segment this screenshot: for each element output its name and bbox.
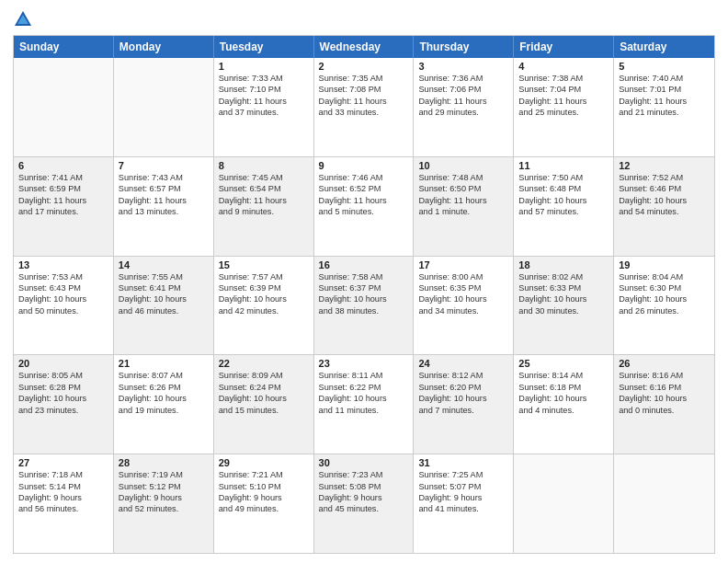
cell-line-1: Sunset: 6:35 PM	[418, 282, 508, 293]
cell-line-2: Daylight: 11 hours	[418, 96, 508, 107]
page: SundayMondayTuesdayWednesdayThursdayFrid…	[0, 0, 728, 563]
cell-line-2: Daylight: 11 hours	[319, 195, 409, 206]
day-number: 22	[219, 358, 309, 369]
cell-line-2: Daylight: 10 hours	[119, 393, 209, 404]
cell-line-1: Sunset: 6:57 PM	[119, 183, 209, 194]
cell-line-0: Sunrise: 7:48 AM	[418, 172, 508, 183]
cell-line-0: Sunrise: 8:05 AM	[18, 370, 108, 381]
cell-line-2: Daylight: 9 hours	[219, 492, 309, 503]
cell-line-2: Daylight: 10 hours	[619, 195, 710, 206]
day-number: 10	[418, 160, 508, 171]
cal-cell-r1-c4: 10Sunrise: 7:48 AMSunset: 6:50 PMDayligh…	[414, 157, 514, 256]
cell-line-3: and 38 minutes.	[319, 305, 409, 316]
cell-line-2: Daylight: 10 hours	[518, 293, 609, 304]
cell-line-0: Sunrise: 7:53 AM	[18, 271, 108, 282]
cal-cell-r3-c3: 23Sunrise: 8:11 AMSunset: 6:22 PMDayligh…	[314, 355, 415, 454]
cell-line-2: Daylight: 10 hours	[418, 293, 508, 304]
day-number: 29	[219, 457, 309, 468]
cal-cell-r4-c1: 28Sunrise: 7:19 AMSunset: 5:12 PMDayligh…	[114, 454, 214, 553]
day-number: 14	[119, 259, 209, 270]
cell-line-1: Sunset: 7:08 PM	[319, 84, 409, 95]
cell-line-2: Daylight: 11 hours	[219, 195, 309, 206]
cell-line-0: Sunrise: 7:57 AM	[219, 271, 309, 282]
cal-cell-r3-c6: 26Sunrise: 8:16 AMSunset: 6:16 PMDayligh…	[614, 355, 714, 454]
cell-line-1: Sunset: 6:54 PM	[219, 183, 309, 194]
cell-line-1: Sunset: 6:41 PM	[119, 282, 209, 293]
cell-line-1: Sunset: 7:04 PM	[518, 84, 609, 95]
cell-line-1: Sunset: 6:30 PM	[619, 282, 710, 293]
cell-line-1: Sunset: 6:46 PM	[619, 183, 710, 194]
cal-row-0: 1Sunrise: 7:33 AMSunset: 7:10 PMDaylight…	[14, 58, 714, 156]
cell-line-3: and 5 minutes.	[319, 206, 409, 217]
cell-line-0: Sunrise: 7:46 AM	[319, 172, 409, 183]
cal-cell-r2-c1: 14Sunrise: 7:55 AMSunset: 6:41 PMDayligh…	[114, 257, 214, 355]
day-number: 13	[18, 259, 108, 270]
cell-line-1: Sunset: 6:28 PM	[18, 382, 108, 393]
cell-line-0: Sunrise: 7:55 AM	[119, 271, 209, 282]
cell-line-1: Sunset: 6:22 PM	[319, 382, 409, 393]
cal-cell-r4-c0: 27Sunrise: 7:18 AMSunset: 5:14 PMDayligh…	[14, 454, 114, 553]
cell-line-2: Daylight: 10 hours	[418, 393, 508, 404]
cell-line-2: Daylight: 10 hours	[219, 293, 309, 304]
cal-cell-r4-c6	[614, 454, 714, 553]
day-number: 6	[18, 160, 108, 171]
cell-line-0: Sunrise: 7:25 AM	[418, 469, 508, 480]
cal-header-monday: Monday	[114, 36, 214, 58]
cell-line-0: Sunrise: 7:19 AM	[119, 469, 209, 480]
cal-cell-r0-c0	[14, 58, 114, 156]
cell-line-1: Sunset: 7:06 PM	[418, 84, 508, 95]
cal-cell-r3-c5: 25Sunrise: 8:14 AMSunset: 6:18 PMDayligh…	[514, 355, 614, 454]
cell-line-1: Sunset: 6:33 PM	[518, 282, 609, 293]
cell-line-1: Sunset: 6:26 PM	[119, 382, 209, 393]
cal-cell-r0-c3: 2Sunrise: 7:35 AMSunset: 7:08 PMDaylight…	[314, 58, 415, 156]
cal-cell-r2-c3: 16Sunrise: 7:58 AMSunset: 6:37 PMDayligh…	[314, 257, 415, 355]
cal-header-wednesday: Wednesday	[314, 36, 415, 58]
cell-line-3: and 56 minutes.	[18, 503, 108, 514]
day-number: 16	[319, 259, 409, 270]
cell-line-3: and 25 minutes.	[518, 107, 609, 118]
cell-line-0: Sunrise: 8:11 AM	[319, 370, 409, 381]
cell-line-0: Sunrise: 8:04 AM	[619, 271, 710, 282]
cell-line-3: and 50 minutes.	[18, 305, 108, 316]
cell-line-0: Sunrise: 8:00 AM	[418, 271, 508, 282]
cal-cell-r2-c0: 13Sunrise: 7:53 AMSunset: 6:43 PMDayligh…	[14, 257, 114, 355]
cell-line-1: Sunset: 6:18 PM	[518, 382, 609, 393]
cell-line-0: Sunrise: 7:43 AM	[119, 172, 209, 183]
cell-line-3: and 0 minutes.	[619, 405, 710, 416]
day-number: 12	[619, 160, 710, 171]
cell-line-2: Daylight: 10 hours	[119, 293, 209, 304]
cell-line-2: Daylight: 10 hours	[319, 293, 409, 304]
cell-line-2: Daylight: 10 hours	[518, 393, 609, 404]
cell-line-2: Daylight: 11 hours	[219, 96, 309, 107]
header	[13, 9, 715, 29]
cal-cell-r0-c4: 3Sunrise: 7:36 AMSunset: 7:06 PMDaylight…	[414, 58, 514, 156]
day-number: 27	[18, 457, 108, 468]
day-number: 4	[518, 61, 609, 72]
cell-line-2: Daylight: 11 hours	[18, 195, 108, 206]
day-number: 11	[518, 160, 609, 171]
cell-line-2: Daylight: 9 hours	[119, 492, 209, 503]
cell-line-0: Sunrise: 7:50 AM	[518, 172, 609, 183]
cal-row-1: 6Sunrise: 7:41 AMSunset: 6:59 PMDaylight…	[14, 156, 714, 256]
day-number: 23	[319, 358, 409, 369]
cal-row-2: 13Sunrise: 7:53 AMSunset: 6:43 PMDayligh…	[14, 256, 714, 355]
day-number: 19	[619, 259, 710, 270]
cell-line-0: Sunrise: 7:40 AM	[619, 73, 710, 84]
cell-line-1: Sunset: 5:12 PM	[119, 481, 209, 492]
cell-line-3: and 45 minutes.	[319, 503, 409, 514]
cell-line-1: Sunset: 6:50 PM	[418, 183, 508, 194]
cal-cell-r1-c1: 7Sunrise: 7:43 AMSunset: 6:57 PMDaylight…	[114, 157, 214, 256]
cell-line-0: Sunrise: 8:12 AM	[418, 370, 508, 381]
logo-icon	[13, 9, 33, 29]
cell-line-1: Sunset: 6:52 PM	[319, 183, 409, 194]
day-number: 30	[319, 457, 409, 468]
day-number: 20	[18, 358, 108, 369]
cell-line-3: and 33 minutes.	[319, 107, 409, 118]
cell-line-2: Daylight: 11 hours	[418, 195, 508, 206]
cell-line-0: Sunrise: 8:14 AM	[518, 370, 609, 381]
cell-line-0: Sunrise: 7:21 AM	[219, 469, 309, 480]
cal-cell-r0-c1	[114, 58, 214, 156]
cell-line-2: Daylight: 11 hours	[119, 195, 209, 206]
cell-line-0: Sunrise: 7:45 AM	[219, 172, 309, 183]
cell-line-1: Sunset: 5:08 PM	[319, 481, 409, 492]
